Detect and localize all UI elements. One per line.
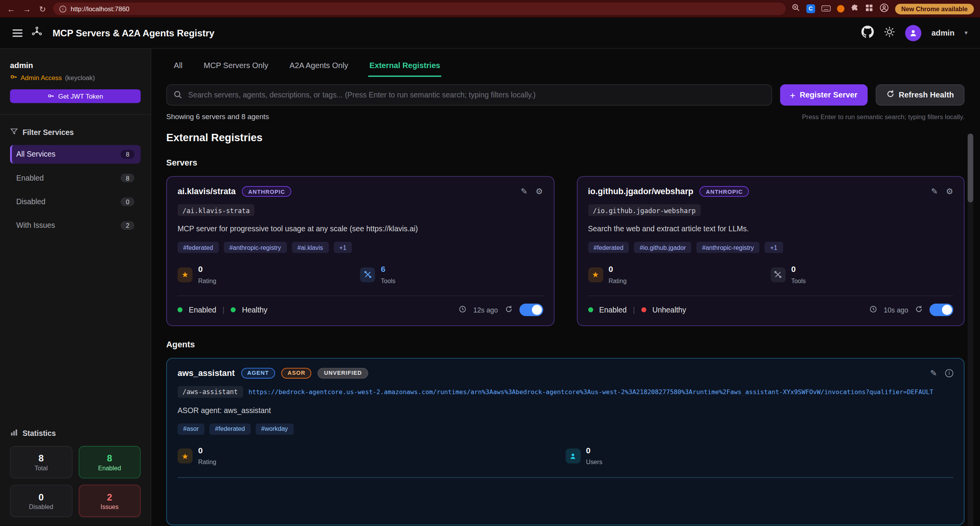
get-jwt-token-button[interactable]: Get JWT Token [10,89,141,103]
sidebar-item-disabled[interactable]: Disabled 0 [10,192,141,211]
filter-services-section: Filter Services All Services 8 Enabled 8… [10,127,141,235]
clock-icon [869,305,877,314]
theme-toggle-icon[interactable] [884,26,895,40]
tab-all[interactable]: All [173,58,184,77]
menu-icon[interactable] [12,29,22,36]
vertical-scrollbar[interactable] [968,134,973,526]
tag-chip[interactable]: #ai.klavis [292,242,329,253]
stat-card-disabled: 0 Disabled [10,485,72,517]
refresh-health-button[interactable]: Refresh Health [875,84,965,106]
register-server-button[interactable]: + Register Server [780,84,867,106]
count-badge: 8 [121,174,134,183]
last-checked: 10s ago [884,306,908,313]
search-input[interactable] [166,84,772,106]
server-description: MCP server for progressive tool usage at… [178,224,543,233]
tag-list: #federated #anthropic-registry #ai.klavi… [178,242,543,253]
stat-card-issues: 2 Issues [79,485,141,517]
sidebar-item-all-services[interactable]: All Services 8 [10,145,141,164]
site-info-icon[interactable]: i [59,5,66,12]
browser-forward-icon[interactable]: → [22,4,32,13]
tag-chip[interactable]: #anthropic-registry [697,242,760,253]
tab-a2a-agents-only[interactable]: A2A Agents Only [288,58,350,77]
tag-chip[interactable]: #workday [255,423,293,434]
edit-icon[interactable]: ✎ [931,187,938,196]
tab-groups-icon[interactable] [865,3,873,14]
enabled-status-dot [178,307,183,312]
tools-icon [771,267,786,282]
browser-toolbar-icons: C New Chrome available [791,3,974,15]
registry-badge: ANTHROPIC [242,186,291,196]
agents-heading: Agents [166,340,965,349]
toolbar: + Register Server Refresh Health [166,84,965,106]
edit-icon[interactable]: ✎ [930,368,937,377]
browser-back-icon[interactable]: ← [6,4,16,13]
agent-path: /aws-assistant [178,386,243,398]
settings-gear-icon[interactable]: ⚙ [536,187,543,196]
server-name: ai.klavis/strata [178,187,236,196]
tab-mcp-servers-only[interactable]: MCP Servers Only [202,58,269,77]
chrome-update-button[interactable]: New Chrome available [895,3,974,14]
agent-endpoint-link[interactable]: https://bedrock-agentcore.us-west-2.amaz… [248,388,934,395]
tag-list: #asor #federated #workday [178,423,953,434]
results-summary: Showing 6 servers and 8 agents [166,113,269,120]
extension-c-icon[interactable]: C [806,4,815,13]
browser-profile-icon[interactable] [879,3,889,15]
tools-stat: 6Tools [360,264,543,285]
enabled-label: Enabled [189,305,216,314]
agent-description: ASOR agent: aws_assistant [178,406,953,415]
refresh-icon[interactable] [915,305,922,314]
zoom-icon[interactable] [791,3,800,14]
tag-chip[interactable]: #federated [209,423,250,434]
keyboard-extension-icon[interactable] [821,3,831,14]
enabled-status-dot [588,307,593,312]
stat-card-enabled: 8 Enabled [79,446,141,478]
sidebar-item-with-issues[interactable]: With Issues 2 [10,216,141,235]
tag-more-chip[interactable]: +1 [334,242,352,253]
scrollbar-thumb[interactable] [968,134,973,203]
last-checked: 12s ago [473,306,498,313]
sidebar-user-block: admin Admin Access (keycloak) Get JWT To… [10,61,141,103]
tab-external-registries[interactable]: External Registries [368,58,441,77]
tag-more-chip[interactable]: +1 [764,242,783,253]
count-badge: 8 [121,150,134,159]
tag-chip[interactable]: #federated [178,242,219,253]
enable-toggle[interactable] [519,303,543,316]
settings-gear-icon[interactable]: ⚙ [946,187,953,196]
browser-chrome: ← → ↻ i http://localhost:7860 C [0,0,980,17]
tag-chip[interactable]: #io.github.jgador [634,242,692,253]
auth-provider-label: (keycloak) [65,74,95,81]
github-icon[interactable] [862,25,874,40]
health-label: Healthy [242,305,267,314]
agent-name: aws_assistant [178,368,235,377]
tag-chip[interactable]: #asor [178,423,204,434]
tag-chip[interactable]: #federated [588,242,629,253]
statistics-heading: Statistics [22,429,56,438]
search-hint: Press Enter to run semantic search; typi… [802,113,965,120]
app-title: MCP Servers & A2A Agents Registry [53,27,214,38]
tag-chip[interactable]: #anthropic-registry [224,242,287,253]
stat-card-total: 8 Total [10,446,72,478]
star-icon: ★ [588,267,603,282]
edit-icon[interactable]: ✎ [521,187,528,196]
separator: | [633,305,635,314]
asor-badge: ASOR [281,368,312,378]
rating-stat: ★ 0Rating [178,446,565,466]
user-avatar[interactable] [905,25,922,41]
filter-heading: Filter Services [22,128,74,137]
address-bar[interactable]: i http://localhost:7860 [53,2,786,15]
header-username[interactable]: admin [932,28,954,37]
users-stat: 0Users [565,446,953,466]
refresh-icon[interactable] [505,305,512,314]
chevron-down-icon[interactable]: ▾ [965,29,968,36]
sidebar-item-enabled[interactable]: Enabled 8 [10,169,141,187]
health-status-dot [641,307,646,312]
refresh-icon [886,90,894,100]
star-icon: ★ [178,267,193,282]
server-card: io.github.jgador/websharp ANTHROPIC ✎ ⚙ … [577,176,965,326]
tools-icon [360,267,375,282]
extension-orange-icon[interactable] [837,5,844,12]
extensions-puzzle-icon[interactable] [851,3,859,14]
info-icon[interactable]: i [945,369,953,377]
enable-toggle[interactable] [930,303,953,316]
browser-reload-icon[interactable]: ↻ [38,4,48,13]
